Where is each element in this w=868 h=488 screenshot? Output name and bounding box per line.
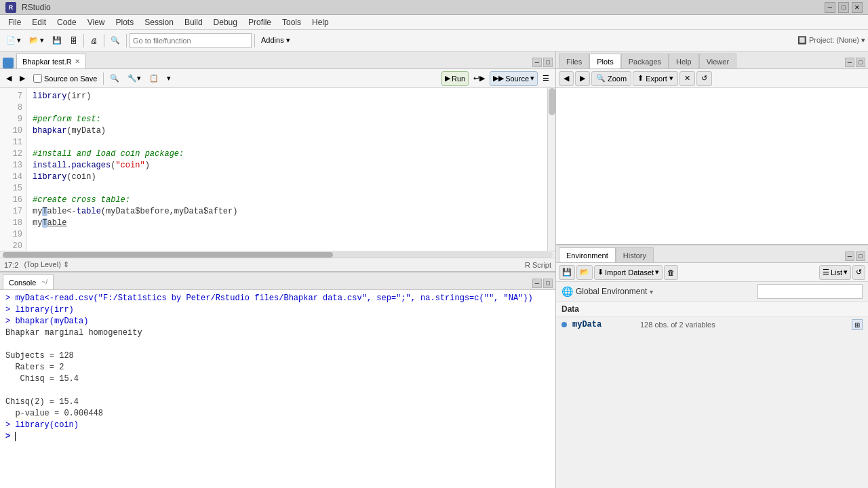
h-scrollbar-thumb[interactable] xyxy=(3,252,333,258)
tab-plots[interactable]: Plots xyxy=(589,54,620,68)
context-label: (Top Level) ⇕ xyxy=(24,260,68,269)
menu-plots[interactable]: Plots xyxy=(111,16,140,28)
console-content[interactable]: > myData<-read.csv("F:/Statistics by Pet… xyxy=(0,290,555,488)
sep3 xyxy=(126,34,127,47)
console-tab-label: Console xyxy=(9,279,36,287)
console-line: Raters = 2 xyxy=(5,362,550,373)
tab-history[interactable]: History xyxy=(616,247,654,262)
right-top-tab-bar: Files Plots Packages Help Viewer ─ □ xyxy=(556,52,868,69)
import-icon: ⬇ xyxy=(597,268,604,277)
compile-button[interactable]: 📋 xyxy=(146,71,162,86)
menu-tools[interactable]: Tools xyxy=(277,16,307,28)
menu-edit[interactable]: Edit xyxy=(26,16,52,28)
editor-options-button[interactable]: ☰ xyxy=(539,71,553,86)
console-maximize-button[interactable]: □ xyxy=(543,279,553,288)
env-search-input[interactable] xyxy=(757,284,863,299)
list-view-button[interactable]: ☰ List ▾ xyxy=(819,265,851,280)
run-button[interactable]: ▶ Run xyxy=(441,71,469,86)
right-top-minimize-button[interactable]: ─ xyxy=(845,58,854,67)
editor-tab-bar: Bhapkar test.R ✕ ─ □ xyxy=(0,52,555,69)
menu-file[interactable]: File xyxy=(3,16,26,28)
find-editor-button[interactable]: 🔍 xyxy=(106,71,123,86)
console-line xyxy=(5,385,550,396)
addins-button[interactable]: Addins ▾ xyxy=(258,33,294,49)
source-label: Source xyxy=(505,75,529,83)
view-data-button[interactable]: ⊞ xyxy=(852,319,863,330)
right-top-maximize-button[interactable]: □ xyxy=(856,58,865,67)
console-tab[interactable]: Console ~/ xyxy=(3,274,54,289)
new-file-button[interactable]: 📄▾ xyxy=(3,33,24,49)
zoom-button[interactable]: 🔍 Zoom xyxy=(591,71,631,86)
code-line: library(coin) xyxy=(33,171,542,183)
open-file-button[interactable]: 📂▾ xyxy=(26,33,47,49)
editor-tab-bhapkar[interactable]: Bhapkar test.R ✕ xyxy=(16,54,86,68)
maximize-button[interactable]: □ xyxy=(838,2,849,13)
tab-packages[interactable]: Packages xyxy=(621,54,669,68)
code-tools-button[interactable]: 🔧▾ xyxy=(124,71,144,86)
context-dropdown[interactable]: ⇕ xyxy=(63,260,69,268)
load-env-button[interactable]: 📂 xyxy=(576,265,593,280)
open-icon: 📂 xyxy=(29,36,39,45)
console-minimize-button[interactable]: ─ xyxy=(532,279,542,288)
back-button[interactable]: ◀ xyxy=(3,71,15,86)
menu-build[interactable]: Build xyxy=(179,16,208,28)
tab-files[interactable]: Files xyxy=(559,54,589,68)
menu-session[interactable]: Session xyxy=(139,16,179,28)
save-button[interactable]: 💾 xyxy=(49,33,65,49)
refresh-env-button[interactable]: ↺ xyxy=(852,265,865,280)
tab-environment[interactable]: Environment xyxy=(559,247,616,262)
export-button[interactable]: ⬆ Export ▾ xyxy=(633,71,678,86)
menu-view[interactable]: View xyxy=(82,16,111,28)
zoom-icon: 🔍 xyxy=(596,74,606,83)
forward-button[interactable]: ▶ xyxy=(16,71,28,86)
viewer-back-button[interactable]: ◀ xyxy=(559,71,574,86)
r-file-icon xyxy=(3,58,14,68)
env-item-name[interactable]: myData xyxy=(572,320,640,329)
scrollbar-thumb[interactable] xyxy=(549,88,555,115)
source-on-save-checkbox[interactable] xyxy=(33,74,42,83)
env-panel: Environment History ─ □ 💾 📂 ⬇ Import Dat… xyxy=(556,244,868,488)
editor-minimize-button[interactable]: ─ xyxy=(532,58,542,67)
source-on-save-button[interactable]: Source on Save xyxy=(30,71,100,86)
save-env-button[interactable]: 💾 xyxy=(559,265,575,280)
delete-plot-button[interactable]: ✕ xyxy=(679,71,695,86)
minimize-button[interactable]: ─ xyxy=(825,2,835,13)
code-line: install.packages("coin") xyxy=(33,160,542,171)
menu-help[interactable]: Help xyxy=(307,16,334,28)
viewer-forward-button[interactable]: ▶ xyxy=(575,71,590,86)
code-content[interactable]: library(irr) #perform test: bhapkar(myDa… xyxy=(27,88,547,251)
import-label: Import Dataset xyxy=(605,268,654,277)
sep xyxy=(103,73,104,85)
print-button[interactable]: 🖨 xyxy=(87,33,101,49)
source-button[interactable]: ▶▶ Source ▾ xyxy=(490,71,538,86)
console-area: Console ~/ ─ □ > myData<-read.csv("F:/St… xyxy=(0,271,555,488)
close-button[interactable]: ✕ xyxy=(852,2,863,13)
refresh-button[interactable]: ↺ xyxy=(696,71,712,86)
editor-maximize-button[interactable]: □ xyxy=(543,58,553,67)
knit-button[interactable]: ▾ xyxy=(163,71,174,86)
project-label: 🔲 Project: (None) ▾ xyxy=(797,36,865,45)
export-dropdown-icon: ▾ xyxy=(669,74,673,83)
export-label: Export xyxy=(646,75,667,83)
import-dataset-button[interactable]: ⬇ Import Dataset ▾ xyxy=(594,265,663,280)
menu-profile[interactable]: Profile xyxy=(243,16,277,28)
tab-close-icon[interactable]: ✕ xyxy=(75,58,80,65)
save-all-button[interactable]: 🗄 xyxy=(66,33,81,49)
menu-code[interactable]: Code xyxy=(52,16,82,28)
horizontal-scrollbar[interactable] xyxy=(0,251,555,258)
env-maximize-button[interactable]: □ xyxy=(856,251,865,261)
menu-debug[interactable]: Debug xyxy=(208,16,243,28)
clear-env-button[interactable]: 🗑 xyxy=(664,265,678,280)
global-env-dropdown-icon[interactable]: ▾ xyxy=(650,288,653,296)
viewer-content xyxy=(556,88,868,244)
re-run-button[interactable]: ↩▶ xyxy=(470,71,488,86)
menubar: File Edit Code View Plots Session Build … xyxy=(0,15,868,30)
tab-viewer[interactable]: Viewer xyxy=(699,54,736,68)
tab-help[interactable]: Help xyxy=(669,54,699,68)
console-line: > library(coin) xyxy=(5,420,550,431)
find-button[interactable]: 🔍 xyxy=(107,33,123,49)
goto-input[interactable] xyxy=(130,33,252,48)
editor-scrollbar[interactable] xyxy=(547,88,555,251)
code-line: library(irr) xyxy=(33,91,542,102)
env-minimize-button[interactable]: ─ xyxy=(845,251,854,261)
